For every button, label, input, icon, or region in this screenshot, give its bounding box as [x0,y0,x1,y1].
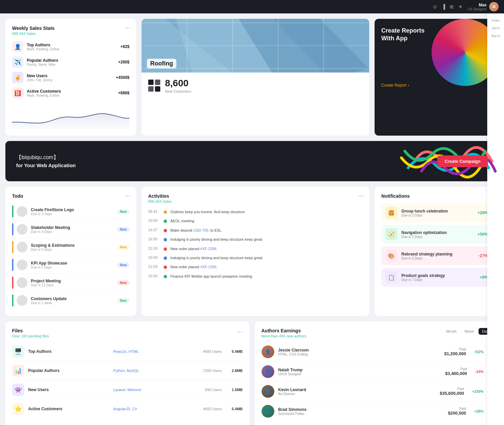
stat-new-users: ✌️ New Users John, Pat, Jimmy +4500$ [12,72,129,83]
author-name: Natali Trump [278,368,441,372]
file-size: 2.8MB [226,369,243,373]
list-item: 📊 Popular Authors Python, MySQL 7200 Use… [12,361,243,380]
avatar[interactable]: M [489,2,499,11]
signal-icon[interactable]: ▐ [442,4,445,9]
create-report-link[interactable]: Create Report › [381,83,492,88]
activity-text: New order placed #XF-2356. [170,265,218,270]
todo-indicator [12,277,13,289]
top-authors-name: Top Authors [27,43,117,47]
file-users: 4600 Users [199,407,222,411]
list-item: 👤 Natali Trump UI/UX Designer Paid $3,40… [262,362,492,382]
activity-dot [164,266,167,269]
author-name: Kevin Leonard [278,387,436,392]
notif-info: Group lunch celebration Due in 2 Days [401,209,473,217]
status-badge: New [117,227,129,232]
activity-time: 21:03 [148,246,160,250]
file-users: 4600 Users [199,349,222,353]
notif-name: Navigation optimization [401,230,473,235]
notif-icon: 🍔 [385,207,397,219]
activities-menu[interactable]: ⋯ [358,192,364,199]
author-amount: $1,200,000 [444,351,466,356]
active-customers-icon: 🅱️ [12,87,23,99]
activity-text: New order placed #XF-2356. [170,246,218,251]
todo-avatar [17,277,27,288]
user-role: UX Designer [467,7,487,11]
list-item: 👤 Brad Simmons Successful Fellas Paid $2… [262,402,492,421]
todo-avatar [17,206,27,217]
files-subtitle: Over 100 pending files [12,334,49,338]
todo-item-name: Scoping & Estimations [31,243,114,248]
weekly-sales-subtitle: 890,344 Sales [12,32,129,36]
nc-icons [148,80,160,92]
campaign-subtitle: for Your Web Application [16,162,76,168]
todo-info: Create FireStone Logo Due in 2 Days [31,207,114,216]
todo-avatar [17,224,27,235]
todo-info: Customers Update Due in 1 week [31,296,114,305]
list-item: 10:00 AEOL meeting [148,217,362,226]
activity-dot [164,238,167,241]
author-avatar: 👤 [262,385,274,398]
nc-sq-1 [148,80,154,85]
status-badge: New [117,245,129,250]
row-1: Weekly Sales Stats 890,344 Sales ⋯ 👤 Top… [5,19,499,136]
activities-subtitle: 890,344 Sales [148,199,362,203]
todo-menu[interactable]: ⋯ [125,192,131,199]
author-role: Successful Fellas [278,412,444,416]
authors-list: 👤 Jessie Clarcson HTML, CSS Coding Paid … [262,342,492,421]
search-icon[interactable]: ⊙ [433,4,437,9]
activity-text: Outlines keep you honest. And keep struc… [170,209,245,215]
todo-item-due: Due in 2 Days [31,266,114,269]
status-badge: New [117,209,129,214]
activity-link[interactable]: USD 700. [193,228,209,232]
nc-sq-2 [155,80,160,85]
stat-active-customers: 🅱️ Active Customers Mark, Rowling, Esthe… [12,87,129,99]
activity-time: 14:37 [148,228,160,232]
author-amount: $3,400,000 [445,371,467,376]
file-icon: 📊 [12,365,24,377]
list-item: 🍔 Group lunch celebration Due in 2 Days … [381,203,492,222]
author-info: Jessie Clarcson HTML, CSS Coding [278,348,440,356]
notif-info: Product goals strategy Due in 7 Days [401,273,476,282]
user-profile[interactable]: Max UX Designer M [467,2,499,11]
create-campaign-button[interactable]: Create Campaign [437,155,488,167]
activity-dot [164,247,167,251]
author-role: UI/UX Designer [278,372,441,376]
month-button[interactable]: Month [443,328,460,335]
notif-icon: 🧭 [385,228,397,240]
file-tech: AngularJS, C# [113,407,194,411]
arrow-right-icon: › [408,83,409,88]
status-badge: New [117,280,129,285]
list-item: 16:50 Indulging in poorly driving and ke… [148,253,362,263]
list-item: 🖥️ Top Authors ReactJs, HTML 4600 Users … [12,342,243,361]
author-avatar: 👤 [262,345,274,358]
todo-list: Create FireStone Logo Due in 2 Days New … [12,203,129,309]
list-item: Stakeholder Meeting Due in 3 Days New [12,221,129,238]
activity-dot [164,210,167,214]
activity-link[interactable]: #XF-2356. [200,247,217,251]
activity-link[interactable]: #XF-2356. [200,265,217,269]
list-item: KPI App Showcase Due in 2 Days New [12,256,129,274]
new-users-name: New Users [27,74,113,78]
weekly-sales-menu[interactable]: ⋯ [125,24,131,32]
author-role: Art Director [278,392,436,396]
notif-due: Due in 7 Days [401,278,476,282]
todo-avatar [17,259,27,270]
todo-info: Scoping & Estimations Due in 5 Days [31,243,114,251]
file-name: New Users [28,387,109,392]
brightness-icon[interactable]: ☀ [458,4,463,9]
week-button[interactable]: Week [461,328,478,335]
author-earnings: Paid $1,200,000 [444,347,466,356]
grid-icon[interactable]: ⊞ [450,4,454,9]
todo-indicator [12,241,13,253]
author-info: Brad Simmons Successful Fellas [278,407,444,416]
status-badge: New [117,263,129,268]
file-name: Popular Authors [28,368,109,373]
stat-top-authors: 👤 Top Authors Mark, Rowling, Esther +82$ [12,41,129,52]
notif-due: Due in 2 Days [401,214,473,217]
files-menu[interactable]: ⋯ [237,328,243,335]
authors-earnings-card: Authors Earnings More than 400 new autho… [255,321,499,425]
paid-label: Paid [440,387,464,391]
list-item: Project Meeting Due in 12 Days New [12,274,129,292]
author-change: +52% [474,350,484,354]
todo-info: KPI App Showcase Due in 2 Days [31,261,114,269]
